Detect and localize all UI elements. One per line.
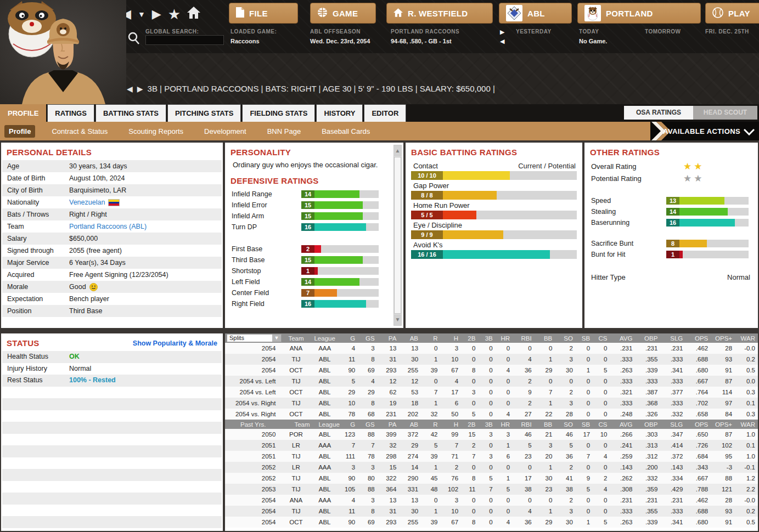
- scroll-down-icon[interactable]: ▼: [394, 314, 401, 325]
- col-header-slg[interactable]: SLG: [660, 333, 685, 343]
- show-popularity-link[interactable]: Show Popularity & Morale: [133, 339, 217, 347]
- col-header-cs[interactable]: CS: [593, 333, 610, 343]
- tab-editor[interactable]: EDITOR: [364, 104, 406, 122]
- col-header-g[interactable]: G: [340, 333, 358, 343]
- manager-button[interactable]: R. WESTFIELD: [386, 3, 493, 24]
- personal-value: 30 years, 134 days: [69, 160, 222, 172]
- available-actions-button[interactable]: AVAILABLE ACTIONS: [663, 122, 740, 140]
- col-header-avg[interactable]: AVG: [610, 333, 635, 343]
- rating-bar: 14: [301, 278, 379, 286]
- search-icon[interactable]: [128, 32, 140, 47]
- col-header-h[interactable]: H: [441, 333, 462, 343]
- home-icon[interactable]: [187, 7, 200, 22]
- col-header-ops[interactable]: OPS+: [711, 333, 735, 343]
- defensive-rating-infield-arm: Infield Arm15: [225, 211, 392, 222]
- subtab-baseball-cards[interactable]: Baseball Cards: [317, 125, 374, 138]
- status-empty-row: [2, 505, 222, 517]
- col-header-league[interactable]: League: [310, 333, 340, 343]
- col-header-r[interactable]: R: [421, 420, 440, 429]
- col-header-bb[interactable]: BB: [535, 420, 555, 429]
- col-header-team[interactable]: Team: [282, 420, 310, 429]
- col-header-so[interactable]: SO: [555, 333, 576, 343]
- subtab-scouting-reports[interactable]: Scouting Reports: [124, 125, 188, 138]
- tab-ratings[interactable]: RATINGS: [47, 104, 94, 122]
- col-header-gs[interactable]: GS: [358, 420, 377, 429]
- game-button[interactable]: GAME: [310, 3, 376, 24]
- head-scout-toggle[interactable]: HEAD SCOUT: [693, 106, 757, 120]
- col-header-league[interactable]: League: [310, 420, 340, 429]
- next-player-icon[interactable]: ▶: [137, 84, 143, 93]
- scrollbar[interactable]: ▲ ▼: [393, 145, 402, 326]
- personal-row-date-of-birth: Date of BirthAugust 10th, 2024: [2, 172, 222, 184]
- col-header-ab[interactable]: AB: [399, 333, 421, 343]
- scroll-up-icon[interactable]: ▲: [394, 145, 401, 156]
- rating-bar: 8 / 8: [411, 191, 577, 200]
- col-header-bb[interactable]: BB: [535, 333, 555, 343]
- portland-raccoons-abl-link[interactable]: Portland Raccoons (ABL): [69, 220, 147, 233]
- tab-batting-stats[interactable]: BATTING STATS: [95, 104, 166, 122]
- morale-smiley-icon: [89, 283, 98, 291]
- splits-dropdown[interactable]: Splits▼: [227, 334, 282, 342]
- history-dropdown-icon[interactable]: ▼: [138, 7, 145, 21]
- batting-ratings-panel: BASIC BATTING RATINGS ContactCurrent / P…: [406, 143, 582, 328]
- prev-player-icon[interactable]: ◀: [127, 84, 133, 93]
- col-header-g[interactable]: G: [340, 420, 358, 429]
- personal-value: Good: [69, 281, 222, 293]
- col-header-pa[interactable]: PA: [378, 420, 400, 429]
- col-header-so[interactable]: SO: [555, 420, 576, 429]
- col-header-rbi[interactable]: RBI: [513, 420, 535, 429]
- tab-history[interactable]: HISTORY: [316, 104, 363, 122]
- col-header-rbi[interactable]: RBI: [513, 333, 535, 343]
- play-button[interactable]: PLAY: [705, 3, 759, 24]
- col-header-sb[interactable]: SB: [576, 333, 593, 343]
- rating-bar: 8: [666, 240, 749, 247]
- subtab-bnn-page[interactable]: BNN Page: [263, 125, 305, 138]
- col-header-sb[interactable]: SB: [576, 420, 593, 429]
- tab-pitching-stats[interactable]: PITCHING STATS: [167, 104, 241, 122]
- next-day-icon[interactable]: ◀: [500, 38, 504, 44]
- col-header-ab[interactable]: AB: [399, 420, 421, 429]
- col-header-ops[interactable]: OPS+: [711, 420, 735, 429]
- league-phase-label: ABL OFFSEASON: [310, 29, 361, 35]
- col-header-2b[interactable]: 2B: [461, 333, 478, 343]
- col-header-slg[interactable]: SLG: [660, 420, 685, 429]
- col-header-avg[interactable]: AVG: [610, 420, 635, 429]
- col-header-r[interactable]: R: [421, 333, 440, 343]
- col-header-h[interactable]: H: [441, 420, 462, 429]
- bookmark-star-icon[interactable]: ★: [168, 7, 181, 21]
- col-header-obp[interactable]: OBP: [635, 420, 660, 429]
- prev-day-icon[interactable]: ▶: [500, 29, 504, 35]
- forward-icon[interactable]: ▶: [152, 7, 161, 21]
- batting-rating-label: Avoid K's: [413, 241, 443, 249]
- col-header-3b[interactable]: 3B: [478, 420, 495, 429]
- col-header-cs[interactable]: CS: [593, 420, 610, 429]
- osa-ratings-toggle[interactable]: OSA RATINGS: [624, 106, 693, 120]
- scrollbar-thumb[interactable]: [394, 157, 401, 314]
- col-header-3b[interactable]: 3B: [478, 333, 495, 343]
- col-header-war[interactable]: WAR: [735, 333, 758, 343]
- col-header-hr[interactable]: HR: [496, 420, 513, 429]
- file-button[interactable]: FILE: [229, 3, 298, 24]
- col-header-team[interactable]: Team: [282, 333, 310, 343]
- next-game-date-label: FRI. DEC. 25TH: [705, 29, 749, 35]
- col-header-ops[interactable]: OPS: [685, 420, 711, 429]
- col-header-war[interactable]: WAR: [735, 420, 758, 429]
- league-button[interactable]: ABL: [499, 3, 572, 24]
- col-header-gs[interactable]: GS: [358, 333, 377, 343]
- col-header-ops[interactable]: OPS: [685, 333, 711, 343]
- col-header-hr[interactable]: HR: [496, 333, 513, 343]
- tab-profile[interactable]: PROFILE: [0, 104, 46, 122]
- venezuelan-link[interactable]: Venezuelan: [69, 196, 105, 208]
- global-search-input[interactable]: [145, 35, 224, 45]
- col-header-2b[interactable]: 2B: [461, 420, 478, 429]
- hitter-type-value: Normal: [727, 273, 750, 281]
- subtab-development[interactable]: Development: [200, 125, 251, 138]
- chevron-down-icon[interactable]: [744, 128, 755, 138]
- subtab-contract-status[interactable]: Contract & Status: [47, 125, 112, 138]
- today-label: TODAY: [579, 29, 599, 35]
- club-button[interactable]: PORTLAND: [577, 3, 701, 24]
- col-header-obp[interactable]: OBP: [635, 333, 660, 343]
- col-header-pa[interactable]: PA: [378, 333, 400, 343]
- subtab-profile[interactable]: Profile: [4, 125, 35, 138]
- tab-fielding-stats[interactable]: FIELDING STATS: [242, 104, 315, 122]
